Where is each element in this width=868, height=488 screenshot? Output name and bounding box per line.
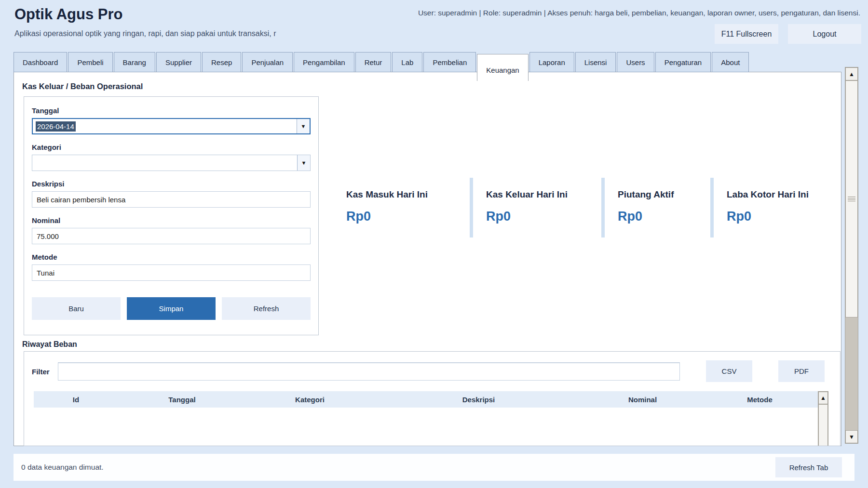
tab-pembelian[interactable]: Pembelian (423, 52, 476, 72)
column-header-id[interactable]: Id (34, 396, 118, 404)
tab-pengaturan[interactable]: Pengaturan (655, 52, 711, 72)
tab-users[interactable]: Users (617, 52, 654, 72)
fullscreen-button[interactable]: F11 Fullscreen (715, 24, 778, 44)
filter-label: Filter (32, 368, 50, 376)
daily-stats: Kas Masuk Hari Ini Rp0 Kas Keluar Hari I… (333, 178, 834, 237)
stat-kas-keluar: Kas Keluar Hari Ini Rp0 (473, 178, 601, 237)
tanggal-value[interactable]: 2026-04-14 (33, 119, 297, 133)
tab-lab[interactable]: Lab (392, 52, 422, 72)
kategori-label: Kategori (32, 143, 311, 151)
stat-value: Rp0 (346, 209, 470, 224)
deskripsi-label: Deskripsi (32, 180, 311, 188)
column-header-deskripsi[interactable]: Deskripsi (374, 396, 583, 404)
tab-keuangan[interactable]: Keuangan (477, 54, 528, 81)
history-table-header: Id Tanggal Kategori Deskripsi Nominal Me… (34, 391, 818, 408)
status-text: 0 data keuangan dimuat. (21, 463, 104, 472)
scrollbar-thumb[interactable] (845, 80, 858, 317)
history-section-title: Riwayat Beban (22, 340, 77, 349)
scrollbar-thumb[interactable] (818, 404, 828, 446)
history-table-body (34, 408, 818, 446)
user-session-info: User: superadmin | Role: superadmin | Ak… (418, 9, 860, 17)
deskripsi-field[interactable] (32, 191, 311, 208)
refresh-button[interactable]: Refresh (222, 297, 311, 320)
kategori-dropdown-arrow-icon[interactable]: ▼ (297, 155, 310, 171)
tab-pembeli[interactable]: Pembeli (68, 52, 112, 72)
tab-supplier[interactable]: Supplier (156, 52, 201, 72)
history-panel: Filter CSV PDF Id Tanggal Kategori Deskr… (24, 351, 841, 446)
tab-barang[interactable]: Barang (114, 52, 155, 72)
stat-label: Kas Masuk Hari Ini (346, 189, 470, 200)
scroll-up-icon[interactable]: ▲ (845, 67, 858, 80)
stat-label: Laba Kotor Hari Ini (727, 189, 834, 200)
tab-penjualan[interactable]: Penjualan (242, 52, 293, 72)
stat-value: Rp0 (618, 209, 710, 224)
app-title: Optik Agus Pro (14, 6, 122, 23)
history-table-scrollbar[interactable]: ▲ (818, 391, 828, 446)
nominal-field[interactable] (32, 228, 311, 244)
kategori-value[interactable] (32, 155, 297, 171)
stat-label: Kas Keluar Hari Ini (486, 189, 601, 200)
stat-laba-kotor: Laba Kotor Hari Ini Rp0 (714, 178, 834, 237)
tab-resep[interactable]: Resep (202, 52, 241, 72)
tanggal-label: Tanggal (32, 106, 311, 115)
tanggal-selected-text: 2026-04-14 (36, 121, 76, 132)
tab-pengambilan[interactable]: Pengambilan (294, 52, 354, 72)
refresh-tab-button[interactable]: Refresh Tab (775, 457, 842, 477)
app-subtitle: Aplikasi operasional optik yang ringan, … (14, 29, 276, 38)
simpan-button[interactable]: Simpan (127, 297, 216, 320)
scroll-down-icon[interactable]: ▼ (845, 430, 858, 443)
tab-about[interactable]: About (712, 52, 749, 72)
nominal-label: Nominal (32, 216, 311, 224)
history-table: Id Tanggal Kategori Deskripsi Nominal Me… (34, 391, 818, 446)
metode-label: Metode (32, 253, 311, 261)
column-header-nominal[interactable]: Nominal (583, 396, 702, 404)
export-csv-button[interactable]: CSV (706, 360, 752, 382)
form-button-row: Baru Simpan Refresh (32, 297, 311, 320)
export-pdf-button[interactable]: PDF (778, 360, 825, 382)
baru-button[interactable]: Baru (32, 297, 121, 320)
stat-value: Rp0 (486, 209, 601, 224)
stat-value: Rp0 (727, 209, 834, 224)
scrollbar-grip (848, 196, 855, 202)
app-window: Optik Agus Pro Aplikasi operasional opti… (0, 0, 868, 488)
tab-laporan[interactable]: Laporan (529, 52, 574, 72)
tab-retur[interactable]: Retur (355, 52, 392, 72)
stat-piutang-aktif: Piutang Aktif Rp0 (605, 178, 710, 237)
stat-label: Piutang Aktif (618, 189, 710, 200)
tanggal-combobox[interactable]: 2026-04-14 ▼ (32, 118, 311, 134)
column-header-kategori[interactable]: Kategori (246, 396, 374, 404)
expense-section-title: Kas Keluar / Beban Operasional (22, 82, 143, 91)
page-scrollbar[interactable]: ▲ ▼ (845, 67, 858, 444)
tab-bar: Dashboard Pembeli Barang Supplier Resep … (14, 52, 750, 81)
filter-input[interactable] (58, 362, 680, 381)
stat-kas-masuk: Kas Masuk Hari Ini Rp0 (333, 178, 470, 237)
status-bar: 0 data keuangan dimuat. Refresh Tab (14, 454, 854, 481)
stat-divider (470, 178, 473, 237)
expense-form: Tanggal 2026-04-14 ▼ Kategori ▼ Deskrips… (24, 96, 319, 335)
tanggal-dropdown-arrow-icon[interactable]: ▼ (297, 119, 310, 133)
column-header-metode[interactable]: Metode (702, 396, 818, 404)
stat-divider (710, 178, 714, 237)
scrollbar-track[interactable] (845, 317, 858, 431)
column-header-tanggal[interactable]: Tanggal (118, 396, 246, 404)
stat-divider (601, 178, 605, 237)
scroll-up-icon[interactable]: ▲ (818, 392, 828, 404)
keuangan-panel: Kas Keluar / Beban Operasional Tanggal 2… (14, 72, 841, 446)
metode-field[interactable] (32, 264, 311, 281)
tab-dashboard[interactable]: Dashboard (14, 52, 67, 72)
logout-button[interactable]: Logout (788, 24, 861, 44)
tab-lisensi[interactable]: Lisensi (575, 52, 616, 72)
kategori-combobox[interactable]: ▼ (32, 155, 311, 171)
